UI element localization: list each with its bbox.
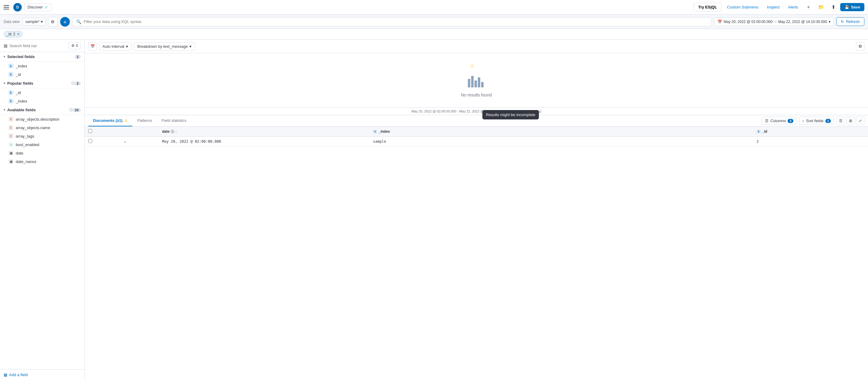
try-esql-button[interactable]: Try ES|QL <box>693 3 721 11</box>
available-field-date-nanos[interactable]: ▦ date_nanos <box>0 157 84 166</box>
tab-warning-icon: ⚠ <box>124 119 128 123</box>
select-all-checkbox[interactable] <box>88 129 92 133</box>
save-button[interactable]: 💾 Save <box>840 3 864 11</box>
table-header-checkbox[interactable] <box>85 127 120 137</box>
sidebar-filter-button[interactable]: ⚙ 0 <box>69 42 81 49</box>
selected-fields-count: 2 <box>75 55 81 59</box>
warning-icon[interactable]: ⚠ <box>470 63 474 68</box>
table-header-date[interactable]: date ⓘ ↓ <box>158 127 369 137</box>
id-col-label: _id <box>762 129 767 134</box>
data-view-select[interactable]: sample* ▾ <box>23 18 45 25</box>
field-type-badge: t <box>8 117 13 122</box>
selected-field-id[interactable]: k _id <box>0 70 84 79</box>
tab-patterns[interactable]: Patterns <box>132 115 157 126</box>
field-type-badge: k <box>8 63 13 68</box>
breakdown-button[interactable]: Breakdown by text_message ▾ <box>134 42 195 51</box>
custom-submenu-button[interactable]: Custom Submenu <box>724 3 761 11</box>
svg-rect-2 <box>474 81 477 87</box>
field-name: array_objects.name <box>16 125 50 130</box>
available-field-array-name[interactable]: t array_objects.name <box>0 123 84 132</box>
chevron-down-icon: ▾ <box>41 19 43 24</box>
folder-icon[interactable]: 📁 <box>816 2 827 12</box>
columns-label: Columns <box>770 119 786 123</box>
popular-fields-count: 2 <box>75 81 81 86</box>
tab-field-statistics[interactable]: Field statistics <box>157 115 191 126</box>
available-fields-title: Available fields <box>7 108 68 112</box>
available-fields-count: 24 <box>73 108 81 112</box>
tab-patterns-label: Patterns <box>137 118 152 123</box>
row-actions-cell: ↗ <box>120 137 158 147</box>
discover-button[interactable]: Discover ✓ <box>24 3 52 11</box>
field-type-badge: k <box>373 129 377 134</box>
chart-toggle-button[interactable]: 📅 <box>88 42 97 51</box>
tab-documents[interactable]: Documents (≥1) ⚠ <box>88 115 132 126</box>
search-input[interactable] <box>84 19 708 24</box>
interval-button[interactable]: Auto interval ▾ <box>99 42 131 51</box>
tab-field-statistics-label: Field statistics <box>162 118 186 123</box>
field-type-badge: t <box>8 125 13 130</box>
selected-fields-section[interactable]: ▾ Selected fields 2 <box>0 52 84 62</box>
index-col-label: _index <box>378 129 390 134</box>
date-range-button[interactable]: 📅 May 20, 2022 @ 02:00:00.000 → May 22, … <box>714 18 834 26</box>
info-icon: ⓘ <box>69 108 73 112</box>
alerts-button[interactable]: Alerts <box>785 3 801 11</box>
chevron-down-icon: ▾ <box>126 44 128 49</box>
available-field-bool-enabled[interactable]: ○ bool_enabled <box>0 140 84 149</box>
check-icon: ✓ <box>45 5 49 10</box>
table-view-button[interactable]: ☰ <box>837 117 845 125</box>
chart-settings-button[interactable]: ⚙ <box>856 42 864 51</box>
content-area: 📅 Auto interval ▾ Breakdown by text_mess… <box>85 39 868 380</box>
filter-tag-close[interactable]: ✕ <box>17 32 20 36</box>
sidebar-search-input[interactable] <box>9 43 67 48</box>
share-icon[interactable]: ⬆ <box>829 2 838 12</box>
filter-button[interactable]: ⚙ <box>48 17 58 27</box>
field-name: array_tags <box>16 134 34 139</box>
inspect-button[interactable]: Inspect <box>764 3 782 11</box>
warning-tooltip: Results might be incomplete <box>483 110 539 119</box>
available-field-array-tags[interactable]: t array_tags <box>0 132 84 140</box>
expand-view-button[interactable]: ⤢ <box>856 117 864 125</box>
available-fields-section[interactable]: ▾ Available fields ⓘ 24 <box>0 105 84 115</box>
save-icon: 💾 <box>844 5 849 9</box>
popular-field-id[interactable]: k _id <box>0 88 84 97</box>
available-field-array-desc[interactable]: t array_objects.description <box>0 115 84 123</box>
chevron-icon: ▾ <box>4 55 5 59</box>
grid-view-button[interactable]: ⊞ <box>846 117 855 125</box>
svg-rect-0 <box>468 79 470 87</box>
popular-fields-section[interactable]: ▾ Popular fields ⓘ 2 <box>0 79 84 88</box>
sort-fields-button[interactable]: ↕ Sort fields 1 <box>799 117 834 125</box>
no-results-chart-icon <box>467 73 485 88</box>
table-header-id[interactable]: k _id <box>753 127 868 137</box>
filter-icon: ⚙ <box>71 43 75 48</box>
filter-count: 0 <box>76 43 78 48</box>
row-checkbox-cell[interactable] <box>85 137 120 147</box>
top-nav: D Discover ✓ Try ES|QL Custom Submenu In… <box>0 0 868 14</box>
sidebar-body: ▾ Selected fields 2 k _index k _id ▾ Pop… <box>0 52 84 369</box>
field-type-badge: k <box>756 129 761 134</box>
filter-tag[interactable]: _id: 2 ✕ <box>4 31 23 37</box>
row-checkbox[interactable] <box>88 139 92 143</box>
chevron-icon: ▾ <box>4 81 5 85</box>
chevron-down-icon: ▾ <box>829 20 831 24</box>
add-field-button[interactable]: ▦ Add a field <box>0 369 84 380</box>
chevron-icon: ▾ <box>4 108 5 112</box>
add-filter-button[interactable]: ＋ <box>60 17 70 27</box>
selected-field-index[interactable]: k _index <box>0 62 84 70</box>
main-layout: ▦ ⚙ 0 ▾ Selected fields 2 k _index k _id <box>0 39 868 380</box>
hamburger-menu[interactable] <box>4 4 11 11</box>
add-icon[interactable]: ＋ <box>804 2 813 12</box>
field-type-badge: ▦ <box>8 151 13 155</box>
field-type-badge: ▦ <box>8 159 13 164</box>
columns-button[interactable]: ☰ Columns 3 <box>762 117 796 125</box>
sidebar-grid-icon: ▦ <box>4 43 7 48</box>
selected-fields-title: Selected fields <box>7 54 75 59</box>
table-header-index[interactable]: k _index <box>369 127 753 137</box>
filter-icon: ⚙ <box>51 19 55 24</box>
filter-tag-label: _id: 2 <box>6 32 15 36</box>
sort-label: Sort fields <box>806 119 824 123</box>
popular-field-index[interactable]: k _index <box>0 97 84 105</box>
refresh-button[interactable]: ↻ Refresh <box>836 17 864 26</box>
available-field-date[interactable]: ▦ date <box>0 149 84 157</box>
field-name: _index <box>16 64 27 68</box>
expand-row-icon[interactable]: ↗ <box>124 139 126 144</box>
